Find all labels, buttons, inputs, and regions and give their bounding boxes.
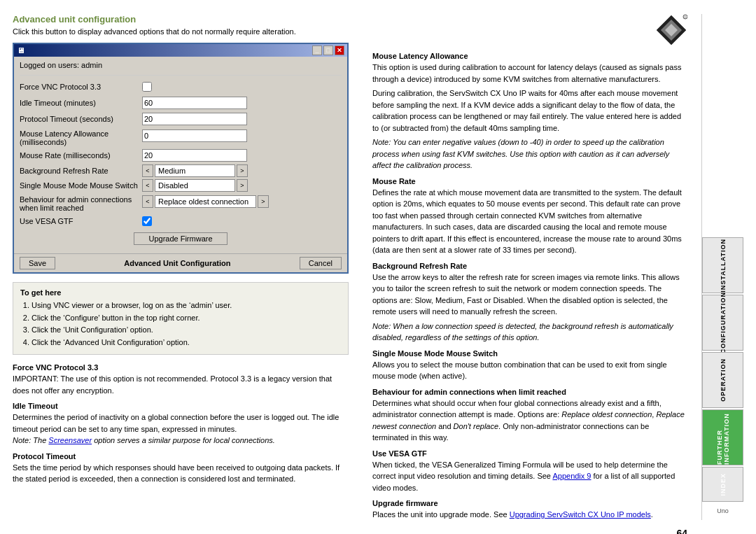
- value-single-mouse: Disabled: [155, 179, 235, 192]
- checkbox-vesa-gtf[interactable]: [142, 216, 152, 226]
- sidebar-tab-label-configuration: CONFIGURATION: [720, 292, 727, 353]
- right-body-bg-refresh-italic: Note: When a low connection speed is det…: [372, 321, 687, 344]
- step-2: Click the ‘Configure’ button in the top …: [31, 312, 341, 325]
- sidebar-tab-installation[interactable]: INSTALLATION: [702, 237, 743, 293]
- left-section-force-vnc-body: IMPORTANT: The use of this option is not…: [13, 373, 349, 396]
- upgrade-link[interactable]: Upgrading ServSwitch CX Uno IP models: [510, 510, 651, 519]
- right-body-mouse-latency-1: This option is used during calibration t…: [372, 62, 687, 85]
- screensaver-link[interactable]: Screensaver: [48, 436, 92, 444]
- label-vesa-gtf: Use VESA GTF: [20, 217, 142, 225]
- sidebar-tab-further-info[interactable]: FURTHER INFORMATION: [702, 409, 743, 465]
- left-section-force-vnc: Force VNC Protocol 3.3 IMPORTANT: The us…: [13, 363, 349, 396]
- close-btn[interactable]: ✕: [335, 45, 344, 55]
- right-section-mouse-rate: Mouse Rate Defines the rate at which mou…: [372, 177, 687, 256]
- left-section-protocol-timeout-body: Sets the time period by which responses …: [13, 462, 349, 485]
- arrow-right-bg-refresh[interactable]: >: [237, 164, 248, 177]
- arrow-left-behaviour[interactable]: <: [142, 195, 153, 208]
- sidebar-logo-area: [702, 14, 743, 63]
- right-body-single-mouse: Allows you to select the mouse button co…: [372, 359, 687, 382]
- left-column: Advanced unit configuration Click this b…: [13, 14, 349, 520]
- left-section-protocol-timeout-title: Protocol Timeout: [13, 452, 349, 461]
- sidebar-tab-configuration[interactable]: CONFIGURATION: [702, 295, 743, 351]
- section-subtitle: Click this button to display advanced op…: [13, 27, 349, 36]
- form-row-vesa-gtf: Use VESA GTF: [20, 214, 342, 228]
- right-title-vesa-gtf: Use VESA GTF: [372, 449, 687, 458]
- value-bg-refresh: Medium: [155, 164, 235, 177]
- dialog-window: 🖥 _ □ ✕ Logged on users: admin Force VNC…: [13, 43, 349, 274]
- dialog-title: 🖥: [17, 46, 24, 55]
- right-body-bg-refresh: Use the arrow keys to alter the refresh …: [372, 272, 687, 318]
- right-title-behaviour: Behaviour for admin connections when lim…: [372, 388, 687, 396]
- form-row-mouse-rate: Mouse Rate (milliseconds): [20, 148, 342, 162]
- page-number: 64: [676, 528, 687, 535]
- main-content: Advanced unit configuration Click this b…: [0, 0, 756, 534]
- right-section-upgrade-firmware: Upgrade firmware Places the unit into up…: [372, 499, 687, 521]
- left-section-idle-timeout-italic: Note: The Screensaver option serves a si…: [13, 435, 349, 447]
- right-section-behaviour: Behaviour for admin connections when lim…: [372, 388, 687, 444]
- maximize-btn[interactable]: □: [323, 45, 333, 55]
- form-row-mouse-latency: Mouse Latency Allowance(milliseconds): [20, 128, 342, 146]
- input-idle-timeout[interactable]: [142, 97, 247, 109]
- upgrade-btn-container: Upgrade Firmware: [20, 232, 342, 245]
- dialog-logged-text: Logged on users: admin: [20, 61, 342, 69]
- upgrade-firmware-btn[interactable]: Upgrade Firmware: [134, 232, 227, 245]
- right-body-vesa-gtf: When ticked, the VESA Generalized Timing…: [372, 459, 687, 494]
- form-row-protocol-timeout: Protocol Timeout (seconds): [20, 112, 342, 126]
- label-force-vnc: Force VNC Protocol 3.3: [20, 83, 142, 91]
- left-section-force-vnc-title: Force VNC Protocol 3.3: [13, 363, 349, 372]
- uno-text: Uno: [717, 507, 729, 514]
- save-button[interactable]: Save: [20, 257, 55, 269]
- label-protocol-timeout: Protocol Timeout (seconds): [20, 115, 142, 123]
- step-1: Using VNC viewer or a browser, log on as…: [31, 300, 341, 312]
- dialog-titlebar-buttons: _ □ ✕: [312, 45, 344, 55]
- right-title-mouse-rate: Mouse Rate: [372, 177, 687, 185]
- select-control-behaviour: < Replace oldest connection >: [142, 195, 269, 208]
- label-idle-timeout: Idle Timeout (minutes): [20, 99, 142, 107]
- right-title-mouse-latency: Mouse Latency Allowance: [372, 52, 687, 60]
- dialog-footer-center-label: Advanced Unit Configuration: [124, 259, 230, 267]
- sidebar-tab-label-index: INDEX: [720, 473, 727, 496]
- dialog-footer: Save Advanced Unit Configuration Cancel: [14, 253, 347, 272]
- checkbox-force-vnc[interactable]: [142, 82, 152, 92]
- arrow-right-single-mouse[interactable]: >: [237, 179, 248, 192]
- appendix9-link[interactable]: Appendix 9: [552, 472, 591, 480]
- step-3: Click the ‘Unit Configuration’ option.: [31, 324, 341, 337]
- dialog-body: Logged on users: admin Force VNC Protoco…: [14, 57, 347, 253]
- select-row-bg-refresh: Background Refresh Rate < Medium >: [20, 164, 342, 177]
- arrow-left-single-mouse[interactable]: <: [142, 179, 153, 192]
- right-section-bg-refresh: Background Refresh Rate Use the arrow ke…: [372, 262, 687, 344]
- right-body-mouse-rate: Defines the rate at which mouse movement…: [372, 187, 687, 256]
- select-control-single-mouse: < Disabled >: [142, 179, 248, 192]
- label-mouse-latency: Mouse Latency Allowance(milliseconds): [20, 128, 142, 146]
- right-title-upgrade-firmware: Upgrade firmware: [372, 499, 687, 507]
- right-body-mouse-latency-2: During calibration, the ServSwitch CX Un…: [372, 87, 687, 134]
- step-4: Click the ‘Advanced Unit Configuration’ …: [31, 337, 341, 349]
- right-title-bg-refresh: Background Refresh Rate: [372, 262, 687, 270]
- label-mouse-rate: Mouse Rate (milliseconds): [20, 151, 142, 160]
- sidebar-tab-label-installation: INSTALLATION: [720, 239, 727, 293]
- label-behaviour: Behaviour for admin connectionswhen limi…: [20, 194, 142, 212]
- sidebar-tab-operation[interactable]: OPERATION: [702, 352, 743, 408]
- minimize-btn[interactable]: _: [312, 45, 322, 55]
- input-mouse-latency[interactable]: [142, 129, 247, 142]
- input-mouse-rate[interactable]: [142, 149, 247, 162]
- right-body-upgrade-firmware: Places the unit into upgrade mode. See U…: [372, 509, 687, 521]
- right-column: ® Mouse Latency Allowance This option is…: [365, 14, 687, 520]
- dialog-titlebar: 🖥 _ □ ✕: [14, 44, 347, 57]
- right-section-mouse-latency: Mouse Latency Allowance This option is u…: [372, 52, 687, 171]
- section-title: Advanced unit configuration: [13, 14, 349, 24]
- sidebar-tab-index[interactable]: INDEX: [702, 467, 743, 502]
- arrow-left-bg-refresh[interactable]: <: [142, 164, 153, 177]
- left-section-idle-timeout-body: Determines the period of inactivity on a…: [13, 412, 349, 435]
- select-row-single-mouse: Single Mouse Mode Mouse Switch < Disable…: [20, 179, 342, 192]
- value-behaviour: Replace oldest connection: [155, 195, 256, 208]
- svg-text:®: ®: [684, 15, 687, 20]
- left-section-protocol-timeout: Protocol Timeout Sets the time period by…: [13, 452, 349, 485]
- cancel-button[interactable]: Cancel: [300, 257, 342, 269]
- left-section-idle-timeout-title: Idle Timeout: [13, 402, 349, 410]
- input-protocol-timeout[interactable]: [142, 113, 247, 125]
- right-section-vesa-gtf: Use VESA GTF When ticked, the VESA Gener…: [372, 449, 687, 494]
- left-section-idle-timeout: Idle Timeout Determines the period of in…: [13, 402, 349, 447]
- right-body-mouse-latency-italic: Note: You can enter negative values (dow…: [372, 136, 687, 171]
- arrow-right-behaviour[interactable]: >: [258, 195, 269, 208]
